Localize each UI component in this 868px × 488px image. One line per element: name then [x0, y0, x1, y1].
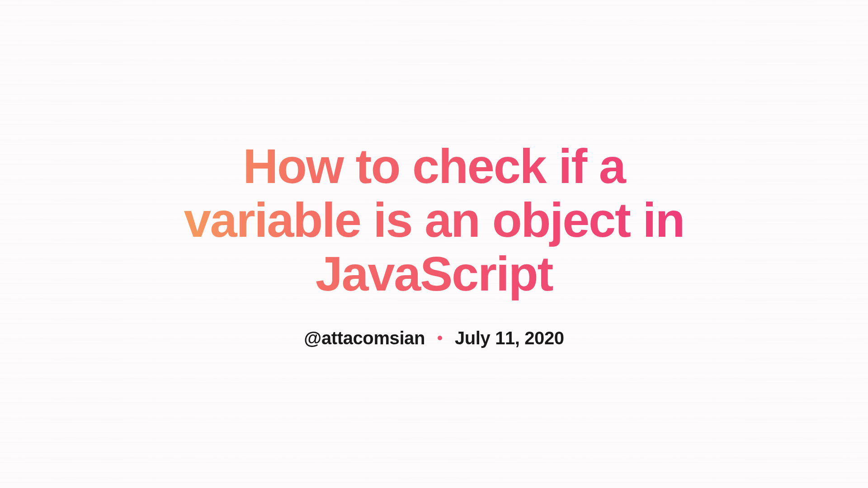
meta-row: @attacomsian July 11, 2020 [304, 328, 564, 348]
author-handle: @attacomsian [304, 328, 425, 348]
dot-separator-icon [438, 336, 442, 340]
page-title: How to check if a variable is an object … [163, 140, 705, 300]
publish-date: July 11, 2020 [455, 328, 564, 348]
content-container: How to check if a variable is an object … [145, 140, 723, 348]
